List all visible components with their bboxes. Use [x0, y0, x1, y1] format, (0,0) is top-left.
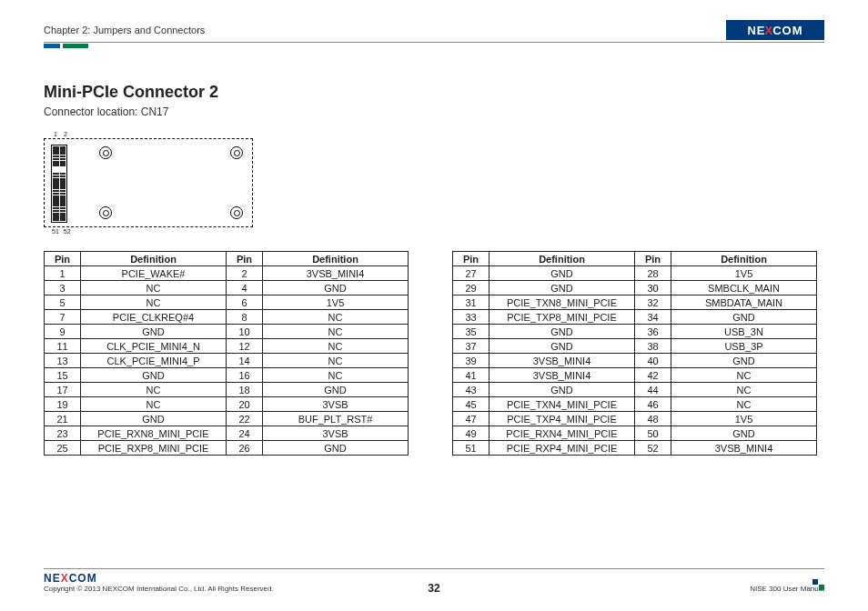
col-pin: Pin	[227, 252, 263, 266]
table-row: 17NC18GND	[45, 383, 409, 397]
definition-cell: NC	[671, 397, 817, 412]
table-row: 51PCIE_RXP4_MINI_PCIE523VSB_MINI4	[453, 441, 817, 456]
pin-cell: 8	[227, 310, 263, 325]
pin-cell: 40	[635, 354, 671, 368]
definition-cell: GND	[671, 354, 817, 368]
table-row: 43GND44NC	[453, 383, 817, 397]
definition-cell: PCIE_RXN8_MINI_PCIE	[81, 426, 227, 441]
pin-cell: 13	[45, 354, 81, 368]
pin-cell: 11	[45, 339, 81, 354]
definition-cell: 3VSB_MINI4	[263, 266, 409, 281]
definition-cell: CLK_PCIE_MINI4_P	[81, 354, 227, 368]
standoff-icon	[230, 146, 243, 159]
page-header: Chapter 2: Jumpers and Connectors NEXCOM	[44, 20, 824, 43]
pin-cell: 44	[635, 383, 671, 397]
definition-cell: PCIE_WAKE#	[81, 266, 227, 281]
pin-cell: 10	[227, 325, 263, 339]
definition-cell: PCIE_RXN4_MINI_PCIE	[490, 426, 635, 441]
definition-cell: PCIE_TXP4_MINI_PCIE	[490, 412, 635, 426]
pin-cell: 39	[453, 354, 490, 368]
definition-cell: NC	[671, 368, 817, 383]
pin-cell: 38	[635, 339, 671, 354]
definition-cell: GND	[263, 441, 409, 456]
col-def: Definition	[81, 252, 227, 266]
pin-cell: 36	[635, 325, 671, 339]
definition-cell: NC	[671, 383, 817, 397]
col-def: Definition	[671, 252, 817, 266]
pin-cell: 7	[45, 310, 81, 325]
definition-cell: USB_3N	[671, 325, 817, 339]
pin-cell: 2	[227, 266, 263, 281]
table-row: 21GND22BUF_PLT_RST#	[45, 412, 409, 426]
table-row: 393VSB_MINI440GND	[453, 354, 817, 368]
pin-cell: 50	[635, 426, 671, 441]
section-subtitle: Connector location: CN17	[44, 105, 824, 118]
chapter-label: Chapter 2: Jumpers and Connectors	[44, 25, 205, 35]
pin-cell: 20	[227, 397, 263, 412]
pin-cell: 43	[453, 383, 490, 397]
pin-cell: 1	[45, 266, 81, 281]
definition-cell: PCIE_RXP8_MINI_PCIE	[81, 441, 227, 456]
table-row: 5NC61V5	[45, 295, 409, 310]
definition-cell: GND	[81, 412, 227, 426]
pin-cell: 4	[227, 281, 263, 295]
pin-cell: 26	[227, 441, 263, 456]
table-row: 19NC203VSB	[45, 397, 409, 412]
definition-cell: 3VSB	[263, 426, 409, 441]
pin-cell: 21	[45, 412, 81, 426]
pin-cell: 52	[635, 441, 671, 456]
table-row: 37GND38USB_3P	[453, 339, 817, 354]
table-row: 45PCIE_TXN4_MINI_PCIE46NC	[453, 397, 817, 412]
page-number: 32	[0, 582, 868, 595]
table-row: 35GND36USB_3N	[453, 325, 817, 339]
pin-cell: 9	[45, 325, 81, 339]
definition-cell: NC	[263, 339, 409, 354]
pin-cell: 15	[45, 368, 81, 383]
definition-cell: GND	[263, 383, 409, 397]
diagram-outline	[44, 138, 253, 227]
col-pin: Pin	[635, 252, 671, 266]
pin-cell: 47	[453, 412, 490, 426]
pin-table-right: Pin Definition Pin Definition 27GND281V5…	[452, 251, 817, 456]
pin-cell: 31	[453, 295, 490, 310]
pin-cell: 30	[635, 281, 671, 295]
brand-logo: NEXCOM	[726, 20, 824, 40]
pin-cell: 27	[453, 266, 490, 281]
pin-cell: 6	[227, 295, 263, 310]
definition-cell: NC	[81, 397, 227, 412]
table-row: 1PCIE_WAKE#23VSB_MINI4	[45, 266, 409, 281]
definition-cell: SMBDATA_MAIN	[671, 295, 817, 310]
pin-cell: 14	[227, 354, 263, 368]
standoff-icon	[230, 206, 243, 219]
pin-cell: 18	[227, 383, 263, 397]
definition-cell: 1V5	[671, 266, 817, 281]
definition-cell: 1V5	[671, 412, 817, 426]
definition-cell: 3VSB_MINI4	[490, 368, 635, 383]
col-def: Definition	[490, 252, 635, 266]
pin-cell: 23	[45, 426, 81, 441]
table-row: 23PCIE_RXN8_MINI_PCIE243VSB	[45, 426, 409, 441]
pin-cell: 41	[453, 368, 490, 383]
definition-cell: NC	[263, 368, 409, 383]
definition-cell: GND	[490, 266, 635, 281]
diagram-bot-labels: 51 52	[44, 228, 253, 235]
pin-cell: 49	[453, 426, 490, 441]
pin-cell: 25	[45, 441, 81, 456]
definition-cell: GND	[81, 368, 227, 383]
pin-cell: 28	[635, 266, 671, 281]
logo-text-pre: NE	[747, 24, 765, 37]
pin-cell: 33	[453, 310, 490, 325]
definition-cell: NC	[263, 325, 409, 339]
pin-cell: 19	[45, 397, 81, 412]
definition-cell: PCIE_RXP4_MINI_PCIE	[490, 441, 635, 456]
content: Mini-PCIe Connector 2 Connector location…	[44, 83, 824, 456]
standoff-icon	[99, 146, 112, 159]
col-pin: Pin	[453, 252, 490, 266]
table-row: 27GND281V5	[453, 266, 817, 281]
pin-table-left: Pin Definition Pin Definition 1PCIE_WAKE…	[44, 251, 409, 456]
table-row: 15GND16NC	[45, 368, 409, 383]
pin-label-52: 52	[64, 228, 71, 235]
definition-cell: PCIE_CLKREQ#4	[81, 310, 227, 325]
definition-cell: GND	[671, 310, 817, 325]
definition-cell: GND	[490, 383, 635, 397]
